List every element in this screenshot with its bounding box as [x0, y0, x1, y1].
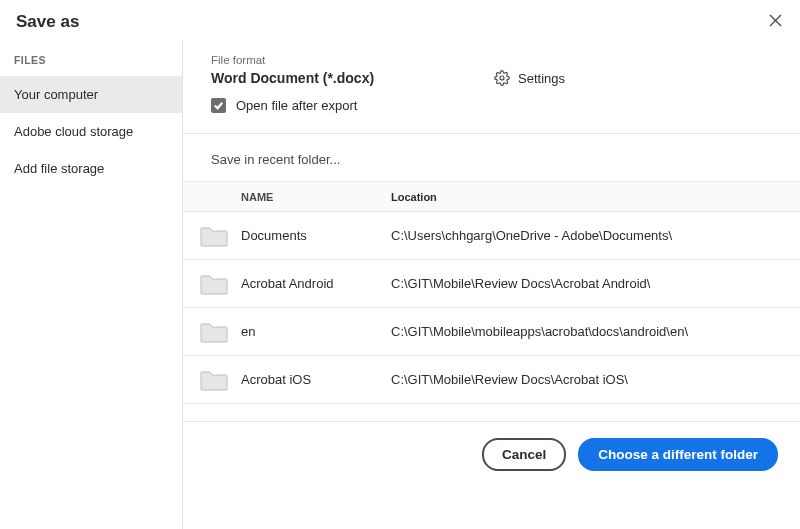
- table-row[interactable]: Acrobat Android C:\GIT\Mobile\Review Doc…: [183, 260, 800, 308]
- main-panel: File format Word Document (*.docx) Setti…: [183, 40, 800, 529]
- table-row-empty: [183, 404, 800, 422]
- save-as-dialog: Save as FILES Your computer Adobe cloud …: [0, 0, 800, 529]
- dialog-footer: Cancel Choose a different folder: [183, 422, 800, 489]
- dialog-title: Save as: [16, 12, 79, 32]
- close-button[interactable]: [767, 12, 784, 32]
- column-header-location: Location: [391, 191, 790, 203]
- title-bar: Save as: [0, 0, 800, 40]
- svg-point-0: [500, 76, 504, 80]
- row-location: C:\GIT\Mobile\mobileapps\acrobat\docs\an…: [391, 324, 790, 339]
- row-icon-cell: [187, 368, 241, 391]
- folder-icon: [200, 320, 228, 343]
- sidebar-item-cloud-storage[interactable]: Adobe cloud storage: [0, 113, 182, 150]
- sidebar-header: FILES: [0, 54, 182, 76]
- table-row[interactable]: Documents C:\Users\chhgarg\OneDrive - Ad…: [183, 212, 800, 260]
- close-icon: [769, 14, 782, 27]
- row-name: Acrobat Android: [241, 276, 391, 291]
- sidebar-item-label: Adobe cloud storage: [14, 124, 133, 139]
- settings-label: Settings: [518, 71, 565, 86]
- recent-folder-heading: Save in recent folder...: [183, 133, 800, 181]
- gear-icon: [494, 70, 510, 86]
- row-icon-cell: [187, 224, 241, 247]
- table-header: NAME Location: [183, 182, 800, 212]
- file-format-row: Word Document (*.docx) Settings: [211, 70, 772, 86]
- sidebar-item-add-storage[interactable]: Add file storage: [0, 150, 182, 187]
- sidebar: FILES Your computer Adobe cloud storage …: [0, 40, 183, 529]
- folder-icon: [200, 368, 228, 391]
- check-icon: [213, 100, 224, 111]
- row-name: Acrobat iOS: [241, 372, 391, 387]
- row-icon-cell: [187, 320, 241, 343]
- row-icon-cell: [187, 272, 241, 295]
- table-row[interactable]: Acrobat iOS C:\GIT\Mobile\Review Docs\Ac…: [183, 356, 800, 404]
- row-location: C:\GIT\Mobile\Review Docs\Acrobat iOS\: [391, 372, 790, 387]
- file-format-label: File format: [211, 54, 772, 66]
- file-format-block: File format Word Document (*.docx) Setti…: [183, 40, 800, 127]
- cancel-button[interactable]: Cancel: [482, 438, 566, 471]
- open-after-export-row[interactable]: Open file after export: [211, 98, 772, 113]
- open-after-export-checkbox[interactable]: [211, 98, 226, 113]
- sidebar-item-label: Your computer: [14, 87, 98, 102]
- sidebar-item-label: Add file storage: [14, 161, 104, 176]
- cancel-label: Cancel: [502, 447, 546, 462]
- open-after-export-label: Open file after export: [236, 98, 357, 113]
- column-header-name: NAME: [241, 191, 391, 203]
- content-row: FILES Your computer Adobe cloud storage …: [0, 40, 800, 529]
- choose-folder-label: Choose a different folder: [598, 447, 758, 462]
- row-name: Documents: [241, 228, 391, 243]
- settings-button[interactable]: Settings: [494, 70, 565, 86]
- folder-icon: [200, 272, 228, 295]
- folder-icon: [200, 224, 228, 247]
- sidebar-item-your-computer[interactable]: Your computer: [0, 76, 182, 113]
- row-location: C:\Users\chhgarg\OneDrive - Adobe\Docume…: [391, 228, 790, 243]
- row-name: en: [241, 324, 391, 339]
- file-format-value: Word Document (*.docx): [211, 70, 374, 86]
- choose-folder-button[interactable]: Choose a different folder: [578, 438, 778, 471]
- table-row[interactable]: en C:\GIT\Mobile\mobileapps\acrobat\docs…: [183, 308, 800, 356]
- recent-folders-table: NAME Location Documents C:\Users\chhgarg…: [183, 181, 800, 422]
- row-location: C:\GIT\Mobile\Review Docs\Acrobat Androi…: [391, 276, 790, 291]
